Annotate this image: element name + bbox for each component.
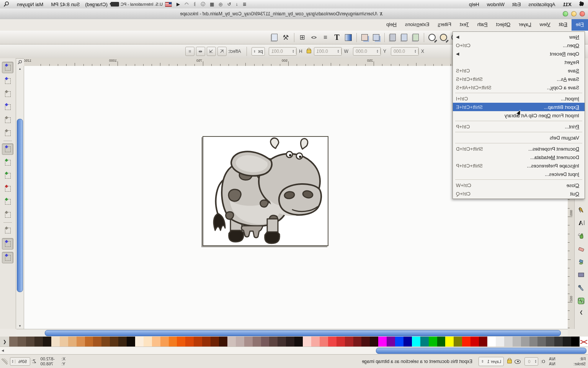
user-menu[interactable]: Mai Nguyen	[13, 2, 47, 7]
palette-swatch[interactable]	[529, 337, 538, 347]
vertical-scroll-thumb[interactable]	[17, 119, 23, 292]
palette-swatch[interactable]	[160, 337, 169, 347]
create-clone-button[interactable]	[399, 33, 409, 43]
align-dialog-button[interactable]: ⊞	[297, 33, 307, 43]
snap-object-centers-toggle[interactable]	[3, 196, 13, 207]
palette-swatch[interactable]	[177, 337, 186, 347]
ungroup-button[interactable]	[360, 33, 370, 43]
palette-swatch[interactable]	[487, 337, 496, 347]
palette-swatch[interactable]	[328, 337, 336, 347]
text-dialog-button[interactable]: T	[332, 33, 342, 43]
palette-swatch[interactable]	[320, 337, 328, 347]
palette-swatch[interactable]	[563, 337, 571, 347]
file-menu-item-save-as[interactable]: Save As...Shift+Ctrl+S	[453, 75, 585, 83]
window-resize-grip[interactable]	[2, 358, 8, 365]
palette-swatch[interactable]	[219, 337, 227, 347]
snap-rotation-centers-toggle[interactable]	[3, 209, 13, 220]
battery-icon[interactable]	[111, 2, 119, 7]
info-icon[interactable]: ⓘ	[198, 1, 207, 8]
snap-guides-toggle[interactable]	[2, 252, 14, 263]
palette-swatch[interactable]	[9, 337, 18, 347]
snap-cusp-nodes-toggle[interactable]	[3, 183, 13, 194]
move-gradients-toggle[interactable]: ⇱	[217, 47, 227, 56]
palette-swatch[interactable]	[311, 337, 320, 347]
palette-swatch[interactable]	[546, 337, 554, 347]
transform-stroke-toggle[interactable]: ⇹	[196, 47, 205, 56]
snap-bbox-midpoints-toggle[interactable]	[3, 115, 13, 125]
palette-swatch[interactable]	[462, 337, 470, 347]
scroll-down-arrow[interactable]: ▼	[16, 324, 24, 328]
y-coordinate-field[interactable]: ▲▼0.000	[353, 47, 381, 56]
file-menu-item-document-metadata[interactable]: Document Metadata...	[453, 153, 585, 161]
palette-swatch[interactable]	[286, 337, 294, 347]
document-page[interactable]	[203, 136, 328, 246]
palette-swatch[interactable]	[521, 337, 529, 347]
palette-swatch[interactable]	[504, 337, 513, 347]
file-menu-item-inkscape-preferences[interactable]: Inkscape Preferences...Shift+Ctrl+P	[453, 161, 585, 170]
menu-layer[interactable]: Layer	[514, 19, 536, 31]
xml-editor-button[interactable]: <>	[309, 33, 319, 43]
y-spin-arrows[interactable]: ▲▼	[375, 49, 381, 54]
palette-swatch[interactable]	[93, 337, 101, 347]
palette-swatch[interactable]	[378, 337, 387, 347]
macos-menu-window[interactable]: Window	[483, 2, 508, 7]
width-field[interactable]: ▲▼0.001	[314, 47, 342, 56]
zoom-page-button[interactable]	[427, 33, 437, 43]
bluetooth-icon[interactable]: ᛒ	[191, 2, 198, 7]
palette-swatch[interactable]	[118, 337, 127, 347]
height-field[interactable]: ▲▼0.001	[269, 47, 297, 56]
menu-view[interactable]: View	[536, 19, 555, 31]
group-button[interactable]	[371, 33, 381, 43]
file-menu-item-close[interactable]: CloseCtrl+W	[453, 181, 585, 189]
palette-swatch[interactable]	[202, 337, 211, 347]
palette-swatch[interactable]	[446, 337, 454, 347]
palette-none-swatch[interactable]	[580, 337, 588, 347]
snap-page-border-toggle[interactable]	[3, 225, 13, 236]
file-menu-item-document-properties[interactable]: Document Properties...Shift+Ctrl+D	[453, 145, 585, 153]
palette-swatch[interactable]	[269, 337, 278, 347]
unlink-clone-button[interactable]	[388, 33, 398, 43]
palette-swatch[interactable]	[51, 337, 60, 347]
file-menu-item-save-a-copy[interactable]: Save a Copy...Shift+Ctrl+Alt+S	[453, 83, 585, 92]
palette-swatch[interactable]	[278, 337, 286, 347]
menu-path[interactable]: Path	[473, 19, 492, 31]
snap-grids-toggle[interactable]	[2, 238, 14, 250]
spray-tool[interactable]	[576, 230, 587, 242]
paint-bucket-tool[interactable]	[576, 256, 587, 268]
palette-swatch[interactable]	[336, 337, 345, 347]
calligraphy-tool[interactable]	[576, 204, 587, 215]
connector-tool[interactable]	[576, 295, 587, 307]
palette-swatch[interactable]	[412, 337, 420, 347]
eraser-tool[interactable]	[576, 243, 587, 255]
palette-swatch[interactable]	[420, 337, 429, 347]
palette-swatch[interactable]	[77, 337, 85, 347]
palette-swatch[interactable]	[429, 337, 437, 347]
scroll-up-arrow[interactable]: ▲	[16, 67, 24, 71]
layer-visibility-eye-icon[interactable]	[514, 360, 521, 364]
snap-master-toggle[interactable]	[2, 62, 14, 73]
input-source-flag-icon[interactable]	[165, 2, 172, 7]
fill-stroke-dialog-button[interactable]	[343, 33, 353, 43]
palette-swatch[interactable]	[496, 337, 504, 347]
palette-swatch[interactable]	[470, 337, 479, 347]
palette-swatch[interactable]	[253, 337, 261, 347]
sticky-zoom-button[interactable]	[16, 59, 23, 66]
lock-ratio-icon[interactable]	[307, 49, 311, 53]
layer-selector[interactable]: Layer 1⇕	[479, 357, 504, 366]
wifi-icon[interactable]: ◠	[182, 2, 191, 7]
palette-swatch[interactable]	[43, 337, 51, 347]
spotlight-icon[interactable]	[0, 1, 13, 8]
palette-swatch[interactable]	[361, 337, 370, 347]
palette-swatch[interactable]	[34, 337, 43, 347]
file-menu-item-open[interactable]: Open...Ctrl+O	[453, 41, 585, 49]
palette-swatch[interactable]	[169, 337, 177, 347]
palette-swatch[interactable]	[18, 337, 26, 347]
snap-bounding-box-toggle[interactable]	[3, 76, 13, 86]
palette-swatch[interactable]	[537, 337, 546, 347]
units-dropdown[interactable]: px⇕	[252, 47, 265, 56]
palette-swatch[interactable]	[101, 337, 110, 347]
file-menu-item-quit[interactable]: QuitCtrl+Q	[453, 189, 585, 198]
palette-swatch[interactable]	[294, 337, 303, 347]
snap-nodes-toggle[interactable]	[2, 143, 14, 155]
palette-swatch[interactable]	[85, 337, 93, 347]
